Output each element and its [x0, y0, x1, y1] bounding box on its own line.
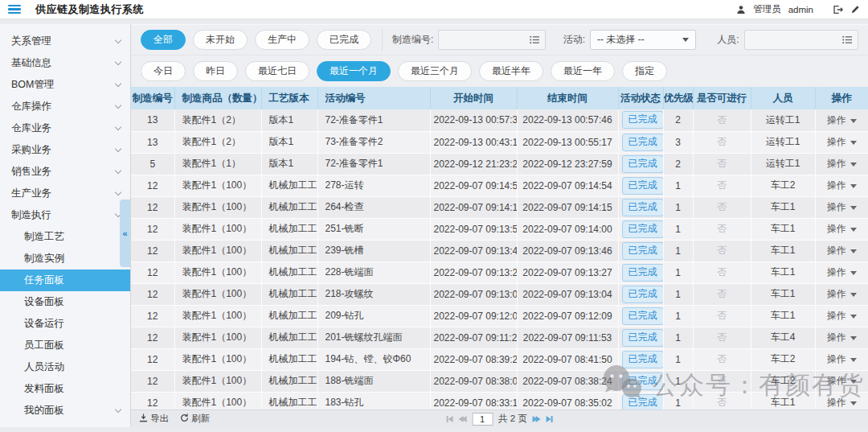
sidebar-item[interactable]: BOM管理 [0, 74, 130, 96]
pagination: 共 2 页 [446, 413, 553, 426]
date-filter-tab[interactable]: 最近一年 [551, 61, 615, 81]
sidebar-collapse-handle[interactable]: « [120, 200, 130, 267]
menu-icon[interactable] [8, 5, 21, 14]
list-picker-icon[interactable] [530, 33, 540, 47]
row-action-button[interactable]: 操作 [815, 392, 868, 409]
row-action-button[interactable]: 操作 [815, 175, 868, 196]
date-filter-tab[interactable]: 指定 [622, 61, 667, 81]
chevron-down-icon [115, 406, 121, 413]
person-input[interactable] [744, 30, 858, 50]
last-page-button[interactable] [547, 416, 553, 422]
cell-start-time: 2022-09-07 09:13:57 [430, 218, 517, 240]
sidebar-item[interactable]: 关系管理 [0, 31, 130, 52]
cell-status: 已完成 [618, 392, 663, 409]
row-action-button[interactable]: 操作 [815, 348, 868, 370]
logout-icon[interactable] [833, 5, 843, 14]
sidebar-item[interactable]: 我的面板 [0, 400, 130, 422]
activity-select[interactable]: -- 未选择 -- [590, 30, 696, 50]
chevron-down-icon [115, 146, 121, 152]
page-number-input[interactable] [472, 413, 493, 426]
sidebar-item[interactable]: 采购业务 [0, 139, 130, 161]
date-filter-tab[interactable]: 最近半年 [479, 61, 543, 81]
chevron-down-icon [850, 119, 857, 123]
mfg-no-input[interactable] [438, 30, 546, 50]
sidebar-item-label: 仓库业务 [11, 121, 51, 135]
mfg-no-label: 制造编号: [392, 33, 433, 47]
cell-priority: 1 [663, 392, 693, 409]
sidebar-item[interactable]: 仓库业务 [0, 117, 130, 139]
cell-can-proceed: 否 [693, 175, 751, 196]
row-action-button[interactable]: 操作 [815, 196, 868, 218]
chevron-down-icon [850, 184, 857, 188]
sidebar-item[interactable]: 人员活动 [0, 356, 130, 378]
prev-page-button[interactable] [458, 416, 466, 422]
table-row: 5装配件1（1）版本172-准备零件12022-09-12 21:23:2520… [131, 153, 868, 175]
chevron-down-icon [850, 163, 857, 167]
sidebar-item[interactable]: 生产业务 [0, 183, 130, 204]
row-action-button[interactable]: 操作 [815, 153, 868, 175]
first-page-button[interactable] [446, 416, 452, 422]
cell-person: 运转工1 [751, 153, 815, 175]
edit-icon[interactable] [850, 5, 860, 14]
cell-person: 运转工1 [751, 109, 815, 131]
row-action-button[interactable]: 操作 [815, 261, 868, 283]
chevron-down-icon [850, 315, 857, 319]
sidebar-item[interactable]: 设备运行 [0, 313, 130, 335]
row-action-button[interactable]: 操作 [815, 305, 868, 327]
cell-status: 已完成 [618, 153, 663, 175]
sidebar-item-label: 我的面板 [24, 404, 64, 418]
cell-version: 版本1 [261, 153, 317, 175]
date-filter-tab[interactable]: 最近七日 [245, 61, 309, 81]
cell-end-time: 2022-09-07 09:12:09 [517, 305, 618, 327]
cell-status: 已完成 [618, 283, 663, 305]
sidebar-item[interactable]: 基础信息 [0, 52, 130, 74]
row-action-button[interactable]: 操作 [815, 131, 868, 153]
row-action-button[interactable]: 操作 [815, 240, 868, 261]
row-action-button[interactable]: 操作 [815, 109, 868, 131]
table-row: 12装配件1（100）机械加工工艺卡264-检查2022-09-07 09:14… [131, 196, 868, 218]
status-filter-tab[interactable]: 已完成 [317, 30, 371, 50]
export-label: 导出 [150, 413, 169, 425]
cell-can-proceed: 否 [693, 261, 751, 283]
cell-version: 机械加工工艺卡 [261, 175, 317, 196]
sidebar-item[interactable]: 任务面板 [0, 269, 130, 291]
date-filter-tab[interactable]: 最近三个月 [398, 61, 472, 81]
row-action-button[interactable]: 操作 [815, 327, 868, 348]
cell-can-proceed: 否 [693, 283, 751, 305]
export-button[interactable]: 导出 [139, 413, 169, 425]
column-header: 制造商品（数量） [174, 87, 261, 109]
date-filter-tab[interactable]: 今日 [141, 61, 186, 81]
cell-version: 机械加工工艺卡 [261, 392, 317, 409]
status-filter-tab[interactable]: 全部 [141, 30, 186, 50]
cell-person: 车工1 [751, 261, 815, 283]
sidebar-item[interactable]: 员工面板 [0, 335, 130, 356]
refresh-button[interactable]: 刷新 [180, 413, 210, 425]
sidebar-item[interactable]: 发料面板 [0, 378, 130, 400]
row-action-label: 操作 [827, 331, 846, 343]
status-filter-tab[interactable]: 生产中 [255, 30, 309, 50]
cell-product: 装配件1（100） [174, 348, 261, 370]
column-header: 工艺版本 [261, 87, 317, 109]
next-page-button[interactable] [533, 416, 541, 422]
date-filter-tab[interactable]: 昨日 [193, 61, 238, 81]
list-picker-icon[interactable] [842, 33, 853, 47]
status-tabs: 全部未开始生产中已完成 [141, 30, 379, 50]
sidebar-item[interactable]: 制造执行 [0, 204, 130, 226]
sidebar-item[interactable]: 仓库操作 [0, 96, 130, 117]
date-filter-bar: 今日昨日最近七日最近一个月最近三个月最近半年最近一年指定 [131, 56, 868, 87]
sidebar-item[interactable]: 销售业务 [0, 161, 130, 183]
table-row: 12装配件1（100）机械加工工艺卡228-铣端面2022-09-07 09:1… [131, 261, 868, 283]
row-action-button[interactable]: 操作 [815, 370, 868, 392]
sidebar-item[interactable]: 制造工艺 [0, 226, 130, 248]
date-filter-tab[interactable]: 最近一个月 [317, 61, 391, 81]
cell-product: 装配件1（100） [174, 327, 261, 348]
row-action-button[interactable]: 操作 [815, 283, 868, 305]
row-action-button[interactable]: 操作 [815, 218, 868, 240]
status-filter-tab[interactable]: 未开始 [193, 30, 248, 50]
sidebar-item[interactable]: 设备面板 [0, 291, 130, 313]
sidebar-item[interactable]: 制造实例 [0, 248, 130, 269]
chevron-down-icon [850, 401, 857, 405]
cell-mfg-no: 12 [131, 283, 174, 305]
cell-product: 装配件1（100） [174, 261, 261, 283]
sidebar-item-label: 发料面板 [24, 382, 64, 396]
